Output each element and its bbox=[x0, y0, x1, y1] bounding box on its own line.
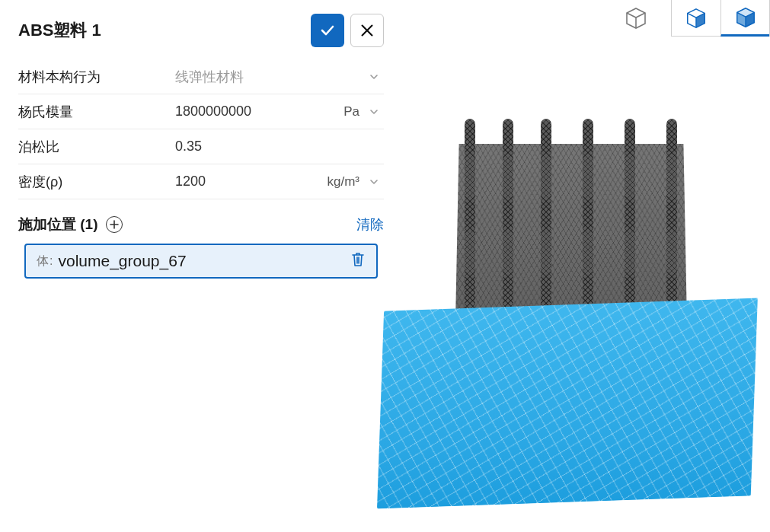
property-value: 1800000000 bbox=[175, 104, 343, 119]
clear-assignment-link[interactable]: 清除 bbox=[356, 215, 384, 234]
property-unit: Pa bbox=[343, 104, 359, 119]
property-label: 材料本构行为 bbox=[18, 68, 175, 86]
panel-title: ABS塑料 1 bbox=[18, 19, 305, 42]
mesh-base-plate bbox=[377, 298, 758, 509]
view-mode-shaded-edges-button[interactable] bbox=[720, 0, 769, 37]
property-row: 密度(ρ)1200kg/m³ bbox=[18, 164, 384, 199]
plus-icon bbox=[110, 220, 119, 229]
check-icon bbox=[318, 21, 337, 40]
property-label: 杨氏模量 bbox=[18, 103, 175, 121]
property-label: 密度(ρ) bbox=[18, 173, 175, 191]
property-value-field[interactable]: 0.35 bbox=[175, 139, 384, 155]
close-button[interactable] bbox=[350, 14, 384, 47]
3d-viewport[interactable] bbox=[366, 122, 762, 518]
confirm-button[interactable] bbox=[311, 14, 344, 47]
property-value: 0.35 bbox=[175, 139, 384, 155]
delete-assignment-button[interactable] bbox=[350, 251, 366, 271]
chevron-down-icon[interactable] bbox=[367, 70, 381, 84]
chevron-down-icon[interactable] bbox=[367, 105, 381, 119]
property-row: 杨氏模量1800000000Pa bbox=[18, 94, 384, 129]
assignment-title: 施加位置 (1) bbox=[18, 215, 98, 234]
trash-icon bbox=[350, 251, 366, 268]
property-label: 泊松比 bbox=[18, 138, 175, 156]
property-value-field[interactable]: 1200kg/m³ bbox=[175, 174, 384, 190]
assignment-item[interactable]: 体: volume_group_67 bbox=[24, 244, 378, 279]
property-row: 泊松比0.35 bbox=[18, 129, 384, 164]
assignment-prefix: 体: bbox=[37, 253, 53, 269]
property-value-field[interactable]: 1800000000Pa bbox=[175, 104, 384, 119]
cube-view-icon[interactable] bbox=[624, 6, 648, 33]
assignment-name: volume_group_67 bbox=[58, 252, 186, 270]
property-value: 1200 bbox=[175, 174, 327, 190]
view-mode-shaded-button[interactable] bbox=[672, 0, 720, 37]
material-properties-panel: ABS塑料 1 材料本构行为线弹性材料杨氏模量1800000000Pa泊松比0.… bbox=[9, 3, 393, 283]
property-row: 材料本构行为线弹性材料 bbox=[18, 59, 384, 94]
property-value: 线弹性材料 bbox=[175, 68, 367, 86]
close-icon bbox=[359, 22, 375, 39]
chevron-down-icon[interactable] bbox=[367, 175, 381, 189]
add-assignment-button[interactable] bbox=[106, 216, 123, 233]
property-unit: kg/m³ bbox=[327, 174, 360, 190]
property-value-field[interactable]: 线弹性材料 bbox=[175, 68, 384, 86]
